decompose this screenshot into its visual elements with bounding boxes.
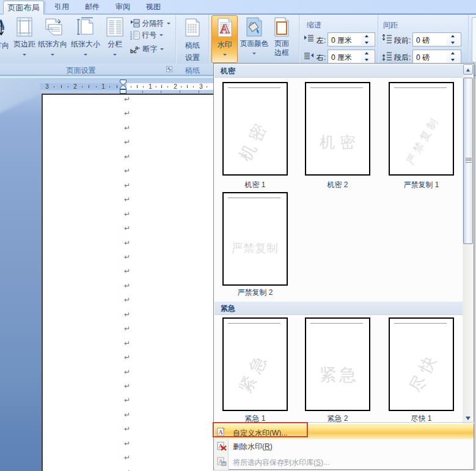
- svg-text:a-: a-: [135, 45, 140, 51]
- svg-text:3: 3: [130, 37, 132, 40]
- svg-text:A: A: [220, 21, 230, 36]
- svg-text:A: A: [0, 17, 4, 34]
